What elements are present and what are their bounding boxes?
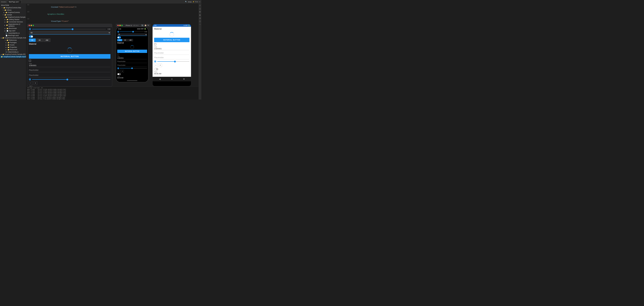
android-checkbox[interactable]	[154, 43, 156, 45]
radio-button-2[interactable]	[29, 78, 31, 80]
sidebar-item-benchmark[interactable]: ▶ 📁 Benchmark	[0, 27, 26, 30]
tab-mainpage-xaml[interactable]: MainPage.xaml ×	[7, 1, 22, 3]
android-material-button[interactable]: MATERIAL BUTTON	[154, 38, 190, 42]
ios-time-seg-h[interactable]: 00	[117, 39, 122, 41]
sidebar-item-graphics-mac[interactable]: ▼ 📁 GraphicsControls.Mac	[0, 7, 26, 9]
radio-button-1[interactable]	[29, 28, 31, 30]
slider-track-2[interactable]	[32, 79, 110, 80]
android-radio[interactable]	[154, 60, 156, 63]
toggle-switch[interactable]	[29, 35, 33, 38]
console-area: Thread started: #3 New Frame - {X=12,Y=2…	[26, 86, 198, 100]
number-select[interactable]: 50	[29, 31, 110, 35]
android-recents-icon[interactable]: ■	[183, 78, 184, 80]
folder-icon: 📁	[4, 9, 6, 11]
ios-placeholder-2: Placeholder	[117, 64, 126, 66]
ios-time-seg-ap[interactable]: AM	[128, 39, 133, 41]
right-icon-7[interactable]: ⋯	[199, 23, 201, 25]
stepper-plus[interactable]: +	[34, 81, 37, 85]
code-editor[interactable]: 82 Clicked="OnButtonClicked"/> 83 <graph…	[26, 4, 198, 23]
section-label-material: Material	[29, 43, 110, 45]
sidebar-item-macos[interactable]: 📁 GraphicsControls.Sample.macOS	[0, 56, 26, 58]
sidebar-item-packages[interactable]: ▶ 📁 Packages	[0, 41, 26, 44]
ios-radio-2[interactable]	[117, 67, 119, 69]
sidebar-item-sample-project[interactable]: ▼ 📁 GraphicsControls.Sample	[0, 16, 26, 18]
folder-icon: 📁	[6, 21, 8, 23]
sidebar-item-resources[interactable]: ▶ 📁 Resources	[0, 49, 26, 51]
ios-select[interactable]: 50	[117, 33, 147, 36]
material-button[interactable]: MATERIAL BUTTON	[29, 54, 110, 59]
ios-date-field: Date 1/18/2021	[117, 56, 147, 59]
sidebar-item-assemblyinfo[interactable]: C# AssemblyInfo.cs	[0, 32, 26, 34]
ios-text-input-2[interactable]: Placeholder	[117, 64, 147, 67]
sidebar-item-app-xaml[interactable]: ▶ 📄 App.xaml	[0, 30, 26, 32]
ios-toggle[interactable]	[117, 36, 121, 39]
right-icon-1[interactable]: ×	[199, 5, 200, 7]
ios-toggle-2[interactable]	[117, 73, 121, 75]
time-seg-ampm[interactable]: AM	[44, 39, 50, 42]
ios-material-button[interactable]: MATERIAL BUTTON	[117, 50, 147, 53]
iphone-traffic-green[interactable]	[121, 25, 123, 26]
android-stepper-minus[interactable]: −	[154, 64, 158, 67]
text-input-2[interactable]: Placeholder	[29, 73, 110, 77]
sidebar-item-sample[interactable]: ▼ 📁 Sample	[0, 14, 26, 16]
right-icon-3[interactable]: ⚙	[199, 11, 201, 13]
sidebar-item-assets[interactable]: ▶ 📁 Assets	[0, 44, 26, 46]
sidebar-item-android[interactable]: ▶ 📁 GraphicsControls.Sample.Android	[0, 37, 26, 39]
tree-arrow-icon: ▼	[4, 17, 5, 18]
slider-track-1[interactable]	[32, 29, 106, 29]
sidebar-item-connected-services[interactable]: ▶ 📁 Connected Services	[0, 21, 26, 23]
android-content: Material MATERIAL BUTTON Date 1/18/2021	[152, 27, 191, 77]
android-text-input-1[interactable]: Placeholder	[154, 51, 190, 55]
right-icon-2[interactable]: ◻	[199, 8, 201, 10]
ios-text-input-1[interactable]: Placeholder	[117, 60, 147, 63]
time-seg-hours[interactable]: 00	[29, 39, 36, 42]
ios-home-bar[interactable]	[127, 80, 138, 81]
android-stepper-plus[interactable]: +	[158, 64, 162, 67]
android-back-icon[interactable]: ◀	[159, 78, 160, 80]
ios-checkbox[interactable]	[117, 54, 119, 55]
sidebar-item-library[interactable]: ▼ 📁 Library	[0, 9, 26, 11]
sidebar-item-properties[interactable]: ▶ 📁 Properties	[0, 46, 26, 49]
ios-slider-track-2[interactable]	[120, 68, 147, 68]
traffic-green[interactable]	[32, 25, 34, 26]
rotate-icon[interactable]: ↻	[148, 24, 149, 26]
sidebar-item-mainpage[interactable]: 📄 MainPage.xaml	[0, 34, 26, 37]
traffic-yellow[interactable]	[30, 25, 32, 26]
right-icon-4[interactable]: ◈	[199, 14, 201, 16]
android-toggle[interactable]	[154, 68, 158, 70]
sidebar-item-references[interactable]: ▼ 📁 References	[0, 39, 26, 41]
android-text-input-2[interactable]: Placeholder	[154, 56, 190, 59]
tab-close-icon[interactable]: ×	[19, 1, 20, 3]
android-placeholder-2: Placeholder	[154, 56, 164, 59]
sidebar-item-dependencies[interactable]: ▶ 📁 Dependencies (2 updates)	[0, 23, 26, 27]
placeholder-text-2: Placeholder	[29, 74, 38, 76]
sidebar-item-ios[interactable]: ▶ 📁 GraphicsControls.Sample.iOS	[0, 53, 26, 56]
ios-time-seg-m[interactable]: 00	[123, 39, 128, 41]
right-icon-6[interactable]: ◻	[199, 20, 201, 22]
search-icon[interactable]: 🔍	[185, 1, 187, 3]
ios-spinner-container	[117, 44, 147, 50]
stepper-minus[interactable]: −	[29, 81, 32, 85]
android-slider-track[interactable]	[157, 61, 190, 62]
text-input-1[interactable]: Placeholder	[29, 68, 110, 72]
ios-stepper-minus[interactable]: −	[117, 70, 120, 73]
ios-slider-track[interactable]	[120, 32, 144, 32]
sidebar-item-getting-started[interactable]: ▶ 📁 Getting Started	[0, 18, 26, 21]
ios-radio[interactable]	[117, 31, 119, 33]
window-close-icon[interactable]: ×	[199, 1, 200, 3]
search-text[interactable]: timep	[188, 1, 192, 3]
home-icon[interactable]: 🏠	[144, 24, 146, 26]
checkbox[interactable]	[29, 60, 31, 62]
right-icon-5[interactable]: ◎	[199, 17, 201, 19]
sidebar-item-graphicscontrols[interactable]: ▶ 📁 GraphicsControls	[0, 11, 26, 14]
iphone-traffic-yellow[interactable]	[119, 25, 121, 26]
screenshot-icon[interactable]: 📷	[141, 24, 144, 26]
ios-stepper-plus[interactable]: +	[121, 70, 124, 73]
traffic-red[interactable]	[29, 25, 30, 26]
iphone-traffic-red[interactable]	[118, 25, 119, 26]
ios-placeholder-1: Placeholder	[117, 61, 126, 62]
time-seg-minutes[interactable]: 00	[36, 39, 43, 42]
sidebar-item-mainactivity[interactable]: C# MainActivity.cs	[0, 51, 26, 53]
tree-arrow-icon: ▶	[4, 12, 5, 13]
android-home-icon[interactable]: ●	[171, 78, 172, 80]
